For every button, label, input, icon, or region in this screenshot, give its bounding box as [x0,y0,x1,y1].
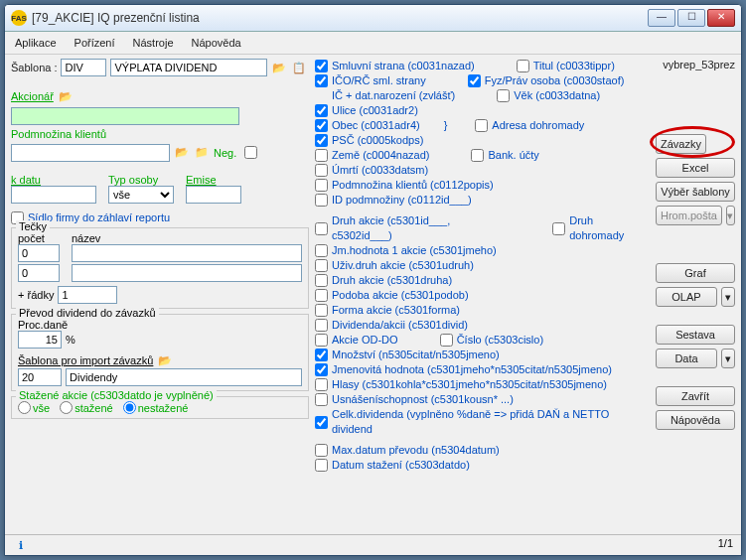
procdane-input[interactable] [18,331,62,349]
sablona-import-label[interactable]: Šablona pro import závazků [18,354,153,366]
pocet2-input[interactable] [18,264,60,282]
field-checkbox[interactable] [315,304,328,317]
pocet1-input[interactable] [18,244,60,262]
field-checkbox[interactable] [315,179,328,192]
olap-button[interactable]: OLAP [656,287,717,307]
field-checkbox[interactable] [315,289,328,302]
field-check-row: Datum stažení (c5303datdo) [315,458,650,473]
field-label: Podoba akcie (c5301podob) [332,288,469,303]
zavazky-button[interactable]: Závazky [656,134,706,154]
napoveda-button[interactable]: Nápověda [656,410,735,430]
list-icon[interactable]: 📋 [291,60,307,75]
neg-checkbox[interactable] [244,146,257,159]
hrom-posta-dropdown[interactable]: ▾ [726,206,735,225]
folder-icon[interactable]: 📂 [174,145,190,161]
field-label: Akcie OD-DO [332,333,398,348]
field-checkbox[interactable] [315,349,328,361]
field-checkbox[interactable] [315,104,328,117]
field-label: ID podmnožiny (c0112id___) [332,193,472,208]
field-checkbox[interactable] [315,334,328,347]
sablona-import-name[interactable] [66,368,302,386]
field-checkbox[interactable] [315,60,328,72]
typosoby-select[interactable]: vše [108,186,174,204]
field-checkbox[interactable] [315,119,328,132]
field-check-row: Druh akcie (c5301druha) [315,273,650,288]
field-checkbox[interactable] [315,444,328,457]
folder2-icon[interactable]: 📁 [194,145,210,161]
data-button[interactable]: Data [656,349,717,368]
prevod-title: Převod dividend do závazků [16,307,159,319]
field-label: Dividenda/akcii (c5301divid) [332,318,468,333]
kdatu-label[interactable]: k datu [11,174,100,186]
olap-dropdown[interactable]: ▾ [721,287,735,307]
info-icon[interactable]: ℹ [13,537,29,553]
field-label-extra: Věk (c0033datna) [514,88,600,103]
folder-icon[interactable]: 📂 [58,88,74,104]
field-checkbox-extra[interactable] [475,119,488,132]
field-check-row: Hlasy (c5301kohla*c5301jmeho*n5305citat/… [315,377,650,392]
akcionar-input[interactable] [11,107,239,125]
emise-label[interactable]: Emise [186,174,245,186]
vyber-sablony-button[interactable]: Výběr šablony [656,182,735,202]
minimize-button[interactable]: — [648,9,675,27]
field-check-row: IČO/RČ sml. stranyFyz/Práv osoba (c0030s… [315,73,650,88]
sablona-import-code[interactable] [18,368,62,386]
kdatu-input[interactable] [11,186,96,204]
close-button[interactable]: ✕ [707,9,735,27]
field-check-row: Jm.hodnota 1 akcie (c5301jmeho) [315,243,650,258]
field-checkbox[interactable] [315,164,328,177]
akcionar-label[interactable]: Akcionář [11,90,54,102]
field-checkbox[interactable] [315,393,328,406]
field-label-extra: Číslo (c5303cislo) [457,333,543,348]
hrom-posta-button[interactable]: Hrom.pošta [656,206,722,225]
emise-input[interactable] [186,186,241,204]
sablona-name-input[interactable] [110,59,267,76]
field-checkbox[interactable] [315,244,328,257]
field-checkbox-extra[interactable] [552,222,565,235]
menu-aplikace[interactable]: Aplikace [13,34,59,52]
field-checkbox[interactable] [315,222,328,235]
field-label: Úmrtí (c0033datsm) [332,163,428,178]
radky-label: + řádky [18,289,54,301]
field-checkbox-extra[interactable] [440,334,453,347]
zavrit-button[interactable]: Zavřít [656,386,735,406]
radio-vse[interactable]: vše [18,401,50,414]
sestava-button[interactable]: Sestava [656,325,735,345]
field-checkbox-extra[interactable] [497,89,510,102]
field-checkbox[interactable] [315,363,328,376]
radio-stazene[interactable]: stažené [60,401,113,414]
field-checkbox[interactable] [315,149,328,162]
folder-open-icon[interactable]: 📂 [271,60,287,75]
folder-icon[interactable]: 📂 [157,352,173,368]
podmnozina-input[interactable] [11,144,170,162]
radky-input[interactable] [58,286,117,304]
maximize-button[interactable]: ☐ [677,9,705,27]
field-checkbox[interactable] [315,74,328,87]
field-check-row: Množství (n5305citat/n5305jmeno) [315,348,650,362]
field-checkbox-extra[interactable] [517,60,529,72]
field-checkbox[interactable] [315,416,328,429]
field-checkbox[interactable] [315,194,328,207]
nazev1-input[interactable] [72,244,302,262]
sablona-code-input[interactable] [61,59,106,76]
menu-napoveda[interactable]: Nápověda [190,34,243,52]
radio-nestazene[interactable]: nestažené [123,401,189,414]
data-dropdown[interactable]: ▾ [721,349,735,368]
nazev2-input[interactable] [72,264,302,282]
field-checkbox-extra[interactable] [471,149,484,162]
field-checkbox-extra[interactable] [468,74,481,87]
graf-button[interactable]: Graf [656,263,735,283]
field-checkbox[interactable] [315,378,328,391]
field-check-row: Akcie OD-DOČíslo (c5303cislo) [315,333,650,348]
field-checkbox[interactable] [315,134,328,147]
field-checkbox[interactable] [315,319,328,332]
field-label: Hlasy (c5301kohla*c5301jmeho*n5305citat/… [332,377,607,392]
menu-nastroje[interactable]: Nástroje [131,34,176,52]
field-checkbox[interactable] [315,274,328,287]
excel-button[interactable]: Excel [656,158,735,178]
field-checkbox[interactable] [315,259,328,272]
menu-porizeni[interactable]: Pořízení [73,34,117,52]
field-check-row: Celk.dividenda (vyplněno %daně => přidá … [315,407,650,437]
field-checkbox[interactable] [315,459,328,472]
tecky-box: Tečky počet název + řádky [11,227,309,309]
